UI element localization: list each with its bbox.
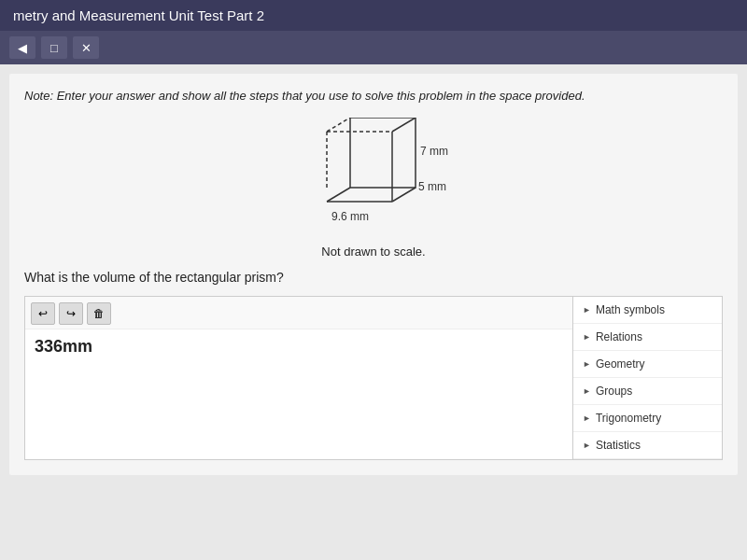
delete-button[interactable]: 🗑: [87, 302, 111, 325]
sidebar-item-geometry[interactable]: ► Geometry: [573, 351, 722, 378]
arrow-tool-button[interactable]: ◀: [9, 36, 35, 59]
diagram-container: 7 mm 5 mm 9.6 mm: [280, 118, 467, 239]
chevron-right-icon: ►: [583, 359, 591, 369]
question-text: What is the volume of the rectangular pr…: [24, 270, 723, 285]
chevron-right-icon: ►: [583, 386, 591, 396]
page-title: metry and Measurement Unit Test Part 2: [13, 7, 264, 23]
sidebar-label-geometry: Geometry: [596, 357, 645, 371]
svg-rect-3: [350, 118, 416, 188]
sidebar-item-statistics[interactable]: ► Statistics: [573, 432, 722, 459]
sidebar-item-relations[interactable]: ► Relations: [573, 324, 722, 351]
chevron-right-icon: ►: [583, 441, 591, 450]
sidebar-label-relations: Relations: [596, 330, 642, 343]
prism-diagram: 7 mm 5 mm 9.6 mm: [280, 118, 467, 239]
diagram-area: 7 mm 5 mm 9.6 mm: [24, 118, 723, 239]
sidebar-item-math-symbols[interactable]: ► Math symbols: [573, 297, 722, 324]
svg-line-4: [327, 188, 350, 202]
chevron-right-icon: ►: [583, 413, 591, 423]
redo-button[interactable]: ↪: [59, 302, 83, 325]
undo-button[interactable]: ↩: [31, 302, 55, 325]
svg-line-7: [392, 118, 416, 132]
toolbar: ◀ □ ✕: [0, 31, 747, 64]
symbol-sidebar: ► Math symbols ► Relations ► Geometry ► …: [573, 296, 723, 460]
content-with-sidebar: ↩ ↪ 🗑 336mm ► Math symbols ► Relations ►…: [24, 296, 723, 460]
chevron-right-icon: ►: [583, 332, 591, 342]
main-content: Note: Enter your answer and show all the…: [9, 74, 738, 475]
answer-section: ↩ ↪ 🗑 336mm: [24, 296, 573, 460]
sidebar-item-trigonometry[interactable]: ► Trigonometry: [573, 405, 722, 432]
copy-tool-button[interactable]: □: [41, 36, 67, 59]
answer-input[interactable]: 336mm: [25, 329, 572, 385]
sidebar-label-math-symbols: Math symbols: [596, 303, 665, 316]
not-to-scale-text: Not drawn to scale.: [24, 245, 723, 259]
dim-width-label: 9.6 mm: [331, 210, 369, 223]
svg-line-2: [327, 118, 350, 132]
answer-toolbar: ↩ ↪ 🗑: [25, 297, 572, 329]
svg-line-6: [392, 188, 416, 202]
close-tool-button[interactable]: ✕: [73, 36, 99, 59]
dim-height-label: 7 mm: [420, 145, 448, 158]
chevron-right-icon: ►: [583, 305, 591, 315]
sidebar-item-groups[interactable]: ► Groups: [573, 378, 722, 405]
sidebar-label-trigonometry: Trigonometry: [596, 412, 661, 425]
dim-depth-label: 5 mm: [418, 180, 446, 193]
title-bar: metry and Measurement Unit Test Part 2: [0, 0, 747, 31]
sidebar-label-groups: Groups: [596, 385, 632, 398]
sidebar-label-statistics: Statistics: [596, 439, 641, 452]
note-text: Note: Enter your answer and show all the…: [24, 89, 723, 103]
